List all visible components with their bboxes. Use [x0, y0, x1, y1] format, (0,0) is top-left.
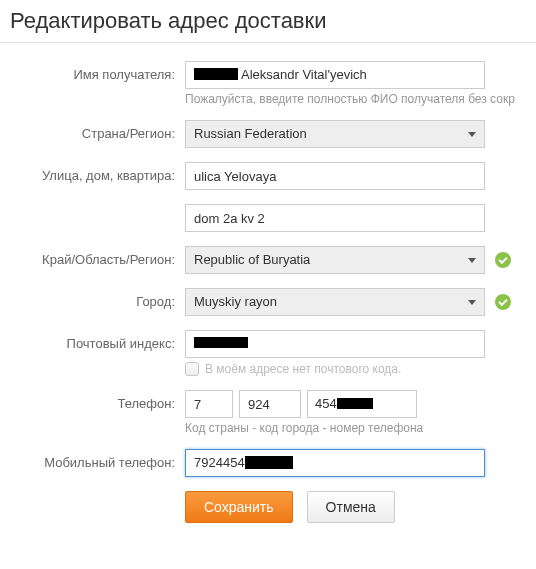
street1-input[interactable]: [185, 162, 485, 190]
phone-country-input[interactable]: [185, 390, 233, 418]
phone-area-input[interactable]: [239, 390, 301, 418]
city-label: Город:: [10, 288, 185, 309]
phone-number-input[interactable]: [307, 390, 417, 418]
city-select[interactable]: Muyskiy rayon: [185, 288, 485, 316]
city-value: Muyskiy rayon: [194, 294, 277, 309]
check-ok-icon: [495, 294, 511, 310]
region-select[interactable]: Republic of Buryatia: [185, 246, 485, 274]
phone-help: Код страны - код города - номер телефона: [185, 421, 526, 435]
phone-label: Телефон:: [10, 390, 185, 411]
region-label: Край/Область/Регион:: [10, 246, 185, 267]
recipient-label: Имя получателя:: [10, 61, 185, 82]
recipient-input[interactable]: [185, 61, 485, 89]
postcode-label: Почтовый индекс:: [10, 330, 185, 351]
divider: [0, 42, 536, 43]
no-postcode-checkbox[interactable]: [185, 362, 199, 376]
country-value: Russian Federation: [194, 126, 307, 141]
region-value: Republic of Buryatia: [194, 252, 310, 267]
no-postcode-label: В моём адресе нет почтового кода.: [205, 362, 401, 376]
check-ok-icon: [495, 252, 511, 268]
country-label: Страна/Регион:: [10, 120, 185, 141]
cancel-button[interactable]: Отмена: [307, 491, 395, 523]
mobile-label: Мобильный телефон:: [10, 449, 185, 470]
street-label: Улица, дом, квартира:: [10, 162, 185, 183]
postcode-input[interactable]: [185, 330, 485, 358]
recipient-help: Пожалуйста, введите полностью ФИО получа…: [185, 92, 526, 106]
street2-input[interactable]: [185, 204, 485, 232]
page-title: Редактировать адрес доставки: [10, 8, 536, 34]
country-select[interactable]: Russian Federation: [185, 120, 485, 148]
save-button[interactable]: Сохранить: [185, 491, 293, 523]
mobile-input[interactable]: [185, 449, 485, 477]
address-form: Имя получателя: Aleksandr Vital'yevich П…: [0, 61, 536, 543]
